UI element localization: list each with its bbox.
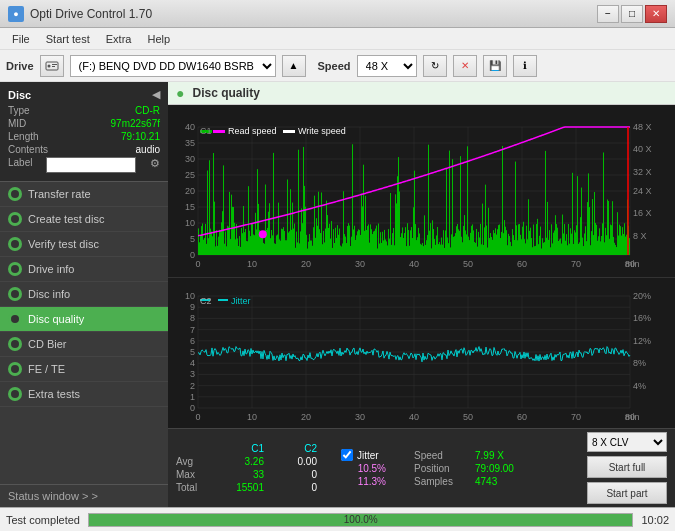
position-key: Position [414,463,469,474]
speed-select[interactable]: 48 X 40 X 32 X 24 X 16 X 8 X [357,55,417,77]
disc-type-value: CD-R [135,105,160,116]
info-button[interactable]: ℹ [513,55,537,77]
samples-key: Samples [414,476,469,487]
sidebar-item-fe-te-label: FE / TE [28,363,65,375]
disc-contents-value: audio [136,144,160,155]
jitter-checkbox[interactable] [341,449,353,461]
avg-row: Avg 3.26 0.00 [176,456,317,467]
svg-rect-2 [52,64,57,65]
progress-text: 100.0% [89,514,632,526]
start-full-button[interactable]: Start full [587,456,667,478]
sidebar-item-drive-info[interactable]: Drive info [0,257,168,282]
menu-file[interactable]: File [4,31,38,47]
max-c2: 0 [272,469,317,480]
disc-label-input[interactable] [46,157,136,173]
sidebar-menu: Transfer rate Create test disc Verify te… [0,182,168,407]
drivebar: Drive (F:) BENQ DVD DD DW1640 BSRB ▲ Spe… [0,50,675,82]
refresh-button[interactable]: ↻ [423,55,447,77]
sidebar-item-extra-tests[interactable]: Extra tests [0,382,168,407]
window-title: Opti Drive Control 1.70 [30,7,152,21]
svg-rect-3 [52,66,55,67]
total-label: Total [176,482,211,493]
disc-quality-header-title: Disc quality [192,86,259,100]
save-button[interactable]: 💾 [483,55,507,77]
action-buttons: 8 X CLV 16 X CLV 24 X CLV 4 X CLV Start … [587,432,667,504]
app-icon: ● [8,6,24,22]
cd-bier-icon [8,337,22,351]
sidebar-item-disc-quality[interactable]: Disc quality [0,307,168,332]
disc-quality-header: ● Disc quality [168,82,675,105]
progress-bar: 100.0% [88,513,633,527]
fe-te-icon [8,362,22,376]
status-text: Test completed [6,514,80,526]
create-test-disc-icon [8,212,22,226]
disc-type-row: Type CD-R [8,105,160,116]
avg-label: Avg [176,456,211,467]
speed-label: Speed [318,60,351,72]
total-c2: 0 [272,482,317,493]
maximize-button[interactable]: □ [621,5,643,23]
jitter-check-row: Jitter [341,449,386,461]
titlebar-controls: − □ ✕ [597,5,667,23]
blank-header [176,443,211,454]
disc-mid-value: 97m22s67f [111,118,160,129]
disc-length-value: 79:10.21 [121,131,160,142]
close-button[interactable]: ✕ [645,5,667,23]
disc-label-label: Label [8,157,32,173]
c1-header: C1 [219,443,264,454]
sidebar-item-disc-info[interactable]: Disc info [0,282,168,307]
max-c1: 33 [219,469,264,480]
start-part-button[interactable]: Start part [587,482,667,504]
disc-collapse-btn[interactable]: ◀ [152,88,160,101]
total-row: Total 15501 0 [176,482,317,493]
titlebar-left: ● Opti Drive Control 1.70 [8,6,152,22]
menu-start-test[interactable]: Start test [38,31,98,47]
max-jitter-row: 11.3% [341,476,386,487]
extra-tests-icon [8,387,22,401]
verify-test-disc-icon [8,237,22,251]
drive-icon [45,59,59,73]
transfer-rate-icon [8,187,22,201]
disc-mid-label: MID [8,118,26,129]
svg-point-1 [47,64,50,67]
content-area: ● Disc quality C1 C2 Avg [168,82,675,507]
clear-button[interactable]: ✕ [453,55,477,77]
disc-label-row: Label ⚙ [8,157,160,173]
menu-help[interactable]: Help [139,31,178,47]
avg-jitter-row: 10.5% [341,463,386,474]
sidebar-item-transfer-rate[interactable]: Transfer rate [0,182,168,207]
position-value: 79:09.00 [475,463,514,474]
sidebar-item-drive-info-label: Drive info [28,263,74,275]
sidebar-item-cd-bier[interactable]: CD Bier [0,332,168,357]
max-row: Max 33 0 [176,469,317,480]
drive-icon-btn[interactable] [40,55,64,77]
sidebar-item-extra-tests-label: Extra tests [28,388,80,400]
speed-info: Speed 7.99 X Position 79:09.00 Samples 4… [414,450,514,487]
label-settings-icon[interactable]: ⚙ [150,157,160,173]
minimize-button[interactable]: − [597,5,619,23]
status-window-button[interactable]: Status window > > [0,484,168,507]
drive-select[interactable]: (F:) BENQ DVD DD DW1640 BSRB [70,55,276,77]
sidebar-item-cd-bier-label: CD Bier [28,338,67,350]
position-row: Position 79:09.00 [414,463,514,474]
eject-button[interactable]: ▲ [282,55,306,77]
speed-row: Speed 7.99 X [414,450,514,461]
disc-quality-header-icon: ● [176,85,184,101]
speed-clv-select[interactable]: 8 X CLV 16 X CLV 24 X CLV 4 X CLV [587,432,667,452]
charts-area [168,105,675,428]
max-label: Max [176,469,211,480]
samples-row: Samples 4743 [414,476,514,487]
menu-extra[interactable]: Extra [98,31,140,47]
drive-info-icon [8,262,22,276]
drive-label: Drive [6,60,34,72]
sidebar-item-verify-test-disc[interactable]: Verify test disc [0,232,168,257]
sidebar: Disc ◀ Type CD-R MID 97m22s67f Length 79… [0,82,168,507]
sidebar-item-fe-te[interactable]: FE / TE [0,357,168,382]
disc-quality-icon [8,312,22,326]
disc-header: Disc ◀ [8,88,160,101]
sidebar-item-create-test-disc[interactable]: Create test disc [0,207,168,232]
menubar: File Start test Extra Help [0,28,675,50]
max-jitter: 11.3% [341,476,386,487]
sidebar-item-disc-quality-label: Disc quality [28,313,84,325]
jitter-col: Jitter 10.5% 11.3% [341,449,386,487]
